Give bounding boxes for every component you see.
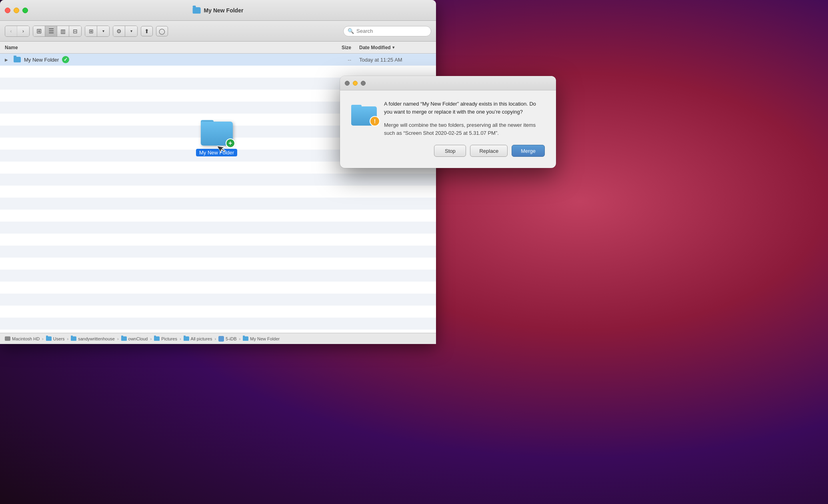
breadcrumb-label: Users (53, 336, 65, 341)
close-button[interactable] (5, 8, 10, 13)
merge-replace-dialog: ! A folder named “My New Folder” already… (340, 76, 556, 168)
dialog-body: ! A folder named “My New Folder” already… (340, 90, 556, 168)
table-row (0, 282, 436, 294)
breadcrumb-separator: › (214, 336, 216, 341)
breadcrumb-separator: › (180, 336, 181, 341)
folder-icon (243, 336, 248, 341)
tag-button[interactable]: ◯ (156, 26, 168, 36)
share-button[interactable]: ⬆ (141, 26, 153, 36)
gallery-view-button[interactable]: ⊟ (69, 26, 81, 36)
group-buttons: ⊞ ▾ (85, 26, 110, 37)
size-column-header[interactable]: Size (319, 45, 359, 50)
breadcrumb-label: Macintosh HD (12, 336, 40, 341)
breadcrumb-item: Macintosh HD (5, 336, 40, 341)
search-bar[interactable]: 🔍 (343, 26, 431, 36)
breadcrumb-separator: › (150, 336, 152, 341)
icon-view-button[interactable]: ⊞ (33, 26, 45, 36)
breadcrumb-label: sandywrittenhouse (78, 336, 115, 341)
folder-icon (121, 336, 127, 341)
search-input[interactable] (356, 28, 427, 34)
table-row (0, 318, 436, 330)
breadcrumb-item: 5-iDB (218, 336, 237, 342)
table-row (0, 294, 436, 306)
table-row (0, 258, 436, 270)
settings-buttons: ⚙ ▾ (113, 26, 138, 37)
dragged-folder[interactable]: + My New Folder (196, 120, 237, 156)
folder-icon (154, 336, 160, 341)
minimize-button[interactable] (14, 8, 19, 13)
table-row (0, 246, 436, 258)
nav-buttons: ‹ › (5, 26, 30, 37)
breadcrumb-separator: › (117, 336, 119, 341)
table-row (0, 330, 436, 333)
back-icon: ‹ (10, 28, 12, 34)
dialog-content: ! A folder named “My New Folder” already… (351, 100, 545, 137)
file-size-label: -- (319, 57, 359, 63)
breadcrumb-label: Pictures (161, 336, 177, 341)
finder-window: My New Folder ‹ › ⊞ ☰ ▥ ⊟ ⊞ ▾ ⚙ ▾ ⬆ ◯ (0, 0, 436, 344)
warning-badge: ! (370, 116, 380, 126)
merge-button[interactable]: Merge (512, 145, 545, 157)
breadcrumb-label: My New Folder (250, 336, 280, 341)
breadcrumb-item: ownCloud (121, 336, 148, 341)
dialog-icon-area: ! (351, 100, 377, 126)
column-headers: Name Size Date Modified ▾ (0, 42, 436, 54)
app-icon (218, 336, 224, 342)
breadcrumb-item: My New Folder (243, 336, 280, 341)
settings-button[interactable]: ⚙ (113, 26, 125, 36)
dialog-buttons: Stop Replace Merge (351, 145, 545, 157)
dialog-sub-text: Merge will combine the two folders, pres… (384, 121, 545, 137)
stop-button[interactable]: Stop (434, 145, 466, 157)
table-row (0, 210, 436, 222)
folder-icon (184, 336, 189, 341)
table-row (0, 234, 436, 246)
file-row-name: ▶ My New Folder ✓ (5, 56, 319, 63)
folder-icon (46, 336, 52, 341)
maximize-button[interactable] (22, 8, 28, 13)
group-button[interactable]: ⊞ (85, 26, 97, 36)
column-view-button[interactable]: ▥ (57, 26, 69, 36)
icloud-sync-badge: ✓ (62, 56, 69, 63)
table-row[interactable]: ▶ My New Folder ✓ -- Today at 11:25 AM (0, 54, 436, 66)
dialog-main-text: A folder named “My New Folder” already e… (384, 100, 545, 116)
expand-arrow-icon[interactable]: ▶ (5, 58, 10, 62)
hd-icon (5, 336, 10, 341)
dialog-text-area: A folder named “My New Folder” already e… (384, 100, 545, 137)
dialog-close-button[interactable] (345, 81, 350, 86)
name-column-header[interactable]: Name (5, 45, 319, 50)
file-date-label: Today at 11:25 AM (359, 57, 431, 63)
sort-chevron-icon: ▾ (392, 45, 394, 50)
list-view-button[interactable]: ☰ (45, 26, 57, 36)
table-row (0, 174, 436, 186)
breadcrumb-separator: › (239, 336, 241, 341)
folder-icon (14, 57, 21, 62)
forward-icon: › (22, 28, 24, 34)
breadcrumb-item: All pictures (184, 336, 212, 341)
dialog-title-bar (340, 76, 556, 90)
group-chevron-button[interactable]: ▾ (97, 26, 109, 36)
date-column-header[interactable]: Date Modified ▾ (359, 45, 431, 50)
copy-badge: + (226, 138, 235, 148)
dragged-folder-icon: + (201, 120, 233, 146)
breadcrumb-item: Users (46, 336, 65, 341)
dialog-maximize-button[interactable] (361, 81, 366, 86)
table-row (0, 306, 436, 318)
back-button[interactable]: ‹ (5, 26, 17, 36)
search-icon: 🔍 (348, 28, 354, 34)
replace-button[interactable]: Replace (470, 145, 508, 157)
breadcrumb-separator: › (42, 336, 44, 341)
table-row (0, 270, 436, 282)
breadcrumb-item: Pictures (154, 336, 177, 341)
status-bar: Macintosh HD › Users › sandywrittenhouse… (0, 333, 436, 344)
traffic-lights (5, 8, 28, 13)
breadcrumb-separator: › (67, 336, 68, 341)
window-title: My New Folder (193, 7, 244, 14)
breadcrumb-item: sandywrittenhouse (71, 336, 115, 341)
dialog-minimize-button[interactable] (353, 81, 358, 86)
folder-icon (71, 336, 76, 341)
finder-toolbar: ‹ › ⊞ ☰ ▥ ⊟ ⊞ ▾ ⚙ ▾ ⬆ ◯ 🔍 (0, 21, 436, 42)
forward-button[interactable]: › (17, 26, 29, 36)
view-buttons: ⊞ ☰ ▥ ⊟ (33, 26, 82, 37)
file-name-label: My New Folder (24, 57, 59, 63)
settings-chevron-button[interactable]: ▾ (125, 26, 137, 36)
